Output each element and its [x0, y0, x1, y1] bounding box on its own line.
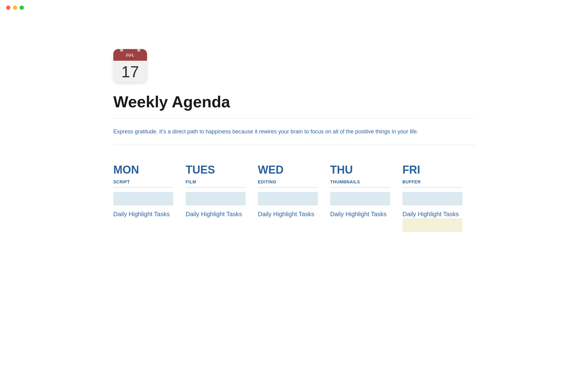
days-grid: MON SCRIPT Daily Highlight Tasks TUES FI…: [113, 163, 475, 236]
day-name-mon: MON: [113, 163, 173, 176]
day-task-tues: FILM: [186, 179, 246, 184]
main-content: JUL 17 Weekly Agenda Express gratitude. …: [101, 0, 487, 255]
day-column-mon: MON SCRIPT Daily Highlight Tasks: [113, 163, 186, 236]
day-column-tues: TUES FILM Daily Highlight Tasks: [186, 163, 258, 236]
task-card-fri-yellow: [402, 218, 462, 232]
calendar-month-header: JUL: [113, 49, 147, 61]
calendar-day-area: 17: [113, 61, 147, 83]
calendar-day-label: 17: [121, 64, 139, 80]
page-title: Weekly Agenda: [113, 93, 475, 111]
calendar-icon: JUL 17: [113, 49, 147, 83]
maximize-button[interactable]: [20, 6, 24, 10]
quote-text: Express gratitude. It's a direct path to…: [113, 127, 450, 136]
task-card-tues: [186, 192, 246, 205]
calendar-month-label: JUL: [126, 53, 135, 57]
day-divider-thu: [330, 187, 390, 188]
day-name-tues: TUES: [186, 163, 246, 176]
day-task-mon: SCRIPT: [113, 179, 173, 184]
task-card-wed: [258, 192, 318, 205]
quote-divider: [113, 145, 475, 145]
day-column-thu: THU THUMBNAILS Daily Highlight Tasks: [330, 163, 402, 236]
day-column-fri: FRI BUFFER Daily Highlight Tasks: [402, 163, 475, 236]
daily-highlight-link-mon[interactable]: Daily Highlight Tasks: [113, 210, 173, 218]
day-divider-wed: [258, 187, 318, 188]
day-name-fri: FRI: [402, 163, 462, 176]
task-card-thu: [330, 192, 390, 205]
day-divider-mon: [113, 187, 173, 188]
daily-highlight-link-wed[interactable]: Daily Highlight Tasks: [258, 210, 318, 218]
day-task-wed: EDITING: [258, 179, 318, 184]
daily-highlight-link-fri[interactable]: Daily Highlight Tasks: [402, 210, 462, 218]
daily-highlight-link-thu[interactable]: Daily Highlight Tasks: [330, 210, 390, 218]
minimize-button[interactable]: [13, 6, 17, 10]
day-task-fri: BUFFER: [402, 179, 462, 184]
title-divider: [113, 118, 475, 119]
task-card-fri: [402, 192, 462, 205]
day-name-thu: THU: [330, 163, 390, 176]
day-task-thu: THUMBNAILS: [330, 179, 390, 184]
day-column-wed: WED EDITING Daily Highlight Tasks: [258, 163, 330, 236]
day-divider-fri: [402, 187, 462, 188]
titlebar: [0, 0, 30, 15]
day-divider-tues: [186, 187, 246, 188]
close-button[interactable]: [6, 6, 10, 10]
day-name-wed: WED: [258, 163, 318, 176]
task-card-mon: [113, 192, 173, 205]
daily-highlight-link-tues[interactable]: Daily Highlight Tasks: [186, 210, 246, 218]
